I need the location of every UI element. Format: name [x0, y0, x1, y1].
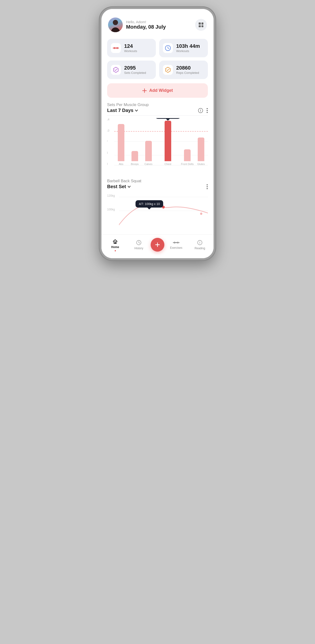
svg-rect-32	[177, 242, 178, 244]
info-button[interactable]: !	[198, 108, 203, 113]
bar-abs-fill	[118, 124, 124, 161]
stat-info-reps: 20860 Reps Completed	[176, 65, 199, 74]
header-left: Hello, Adom! Monday, 08 July	[108, 18, 166, 32]
squat-period-label: Best Set	[107, 184, 126, 189]
stat-value-workouts-time: 103h 44m	[176, 43, 200, 49]
squat-chart-section: Barbell Back Squat Best Set	[101, 175, 214, 230]
avatar	[108, 18, 123, 32]
stat-value-reps: 20860	[176, 65, 199, 71]
grid-dot	[199, 25, 201, 28]
nav-item-reading[interactable]: ! Reading	[188, 240, 212, 250]
stat-icon-clock	[163, 43, 173, 53]
stat-card-reps: 20860 Reps Completed	[159, 60, 208, 79]
nav-plus-icon	[154, 242, 161, 248]
svg-point-14	[207, 108, 208, 109]
svg-rect-31	[175, 242, 177, 243]
chevron-down-icon	[135, 109, 138, 112]
chart-tooltip: Total Sets: 12	[155, 118, 181, 119]
header-text: Hello, Adom! Monday, 08 July	[126, 20, 166, 30]
bar-biceps-fill	[131, 151, 138, 161]
home-icon	[112, 238, 118, 244]
line-chart: 120kg 100kg 4/7: 100kg x	[107, 192, 208, 230]
grid-menu-button[interactable]	[195, 19, 207, 31]
header: Hello, Adom! Monday, 08 July	[101, 9, 214, 36]
nav-label-history: History	[134, 246, 143, 250]
squat-more-button[interactable]	[206, 184, 208, 189]
stat-card-workouts-time: 103h 44m Workouts	[159, 39, 208, 57]
nav-label-reading: Reading	[195, 246, 205, 250]
stat-label-workouts-time: Workouts	[176, 49, 200, 53]
phone-inner: Hello, Adom! Monday, 08 July	[101, 9, 214, 258]
nav-item-history[interactable]: History	[127, 240, 151, 250]
svg-point-17	[207, 184, 208, 185]
stat-icon-hexagon-purple	[111, 65, 121, 75]
chart-actions: !	[198, 108, 208, 113]
bar-glutes-label: Glutes	[197, 162, 205, 166]
home-active-dot	[115, 250, 116, 251]
history-icon	[136, 240, 142, 246]
grid-dot	[202, 25, 204, 28]
line-chart-svg	[119, 192, 208, 230]
svg-rect-33	[178, 242, 180, 243]
svg-rect-2	[115, 48, 117, 48]
add-widget-label: Add Widget	[149, 88, 173, 93]
bar-glutes-fill	[198, 138, 204, 161]
exercises-dumbbell-icon	[173, 240, 180, 245]
nav-item-home[interactable]: Home	[103, 238, 127, 251]
screen: Hello, Adom! Monday, 08 July	[101, 9, 214, 258]
svg-line-26	[139, 242, 140, 243]
svg-rect-29	[173, 242, 174, 243]
bar-chart: 14 10 7 3 0	[107, 118, 208, 175]
stat-label-workouts-count: Workouts	[124, 49, 137, 53]
svg-rect-4	[118, 48, 119, 48]
muscle-chart-subtitle-row: Last 7 Days !	[107, 108, 208, 113]
stat-value-workouts-count: 124	[124, 43, 137, 49]
stat-card-workouts-count: 124 Workouts	[107, 39, 156, 57]
bar-front-delts-label: Front Delts	[181, 162, 194, 166]
period-dropdown[interactable]: Last 7 Days	[107, 108, 138, 113]
svg-rect-30	[174, 242, 175, 244]
stats-grid: 124 Workouts 103h 44m	[101, 36, 214, 82]
info-circle-icon: !	[198, 108, 203, 113]
bar-calves-label: Calves	[144, 162, 153, 166]
bar-chest-label: Chest	[165, 162, 171, 166]
nav-add-button[interactable]	[151, 238, 164, 252]
nav-item-exercises[interactable]: Exercises	[164, 240, 188, 250]
bar-calves-fill	[145, 141, 152, 161]
bar-front-delts: Front Delts	[180, 149, 194, 166]
squat-dots-icon	[206, 184, 208, 189]
stat-icon-dumbbell	[111, 43, 121, 53]
line-y-120: 120kg	[107, 194, 115, 198]
line-chart-tooltip: 4/7: 100kg x 10	[135, 200, 163, 208]
squat-chevron-down-icon	[127, 185, 131, 188]
bar-glutes: Glutes	[194, 138, 208, 166]
bar-calves: Calves	[142, 141, 155, 166]
stat-label-sets: Sets Completed	[124, 71, 146, 74]
reading-icon: !	[197, 240, 203, 246]
bar-abs: Abs	[114, 124, 128, 166]
squat-subtitle-row: Best Set	[107, 184, 208, 189]
period-label: Last 7 Days	[107, 108, 133, 113]
phone-frame: Hello, Adom! Monday, 08 July	[100, 7, 215, 260]
stat-value-sets: 2095	[124, 65, 146, 71]
plus-icon	[142, 88, 147, 93]
greeting-text: Hello, Adom!	[126, 20, 166, 24]
bar-chest-fill	[165, 121, 171, 161]
nav-label-home: Home	[111, 246, 119, 249]
svg-line-7	[168, 48, 169, 49]
chart-divider	[107, 116, 208, 116]
bottom-nav: Home History	[101, 234, 214, 258]
add-widget-button[interactable]: Add Widget	[107, 83, 208, 98]
squat-period-dropdown[interactable]: Best Set	[107, 184, 131, 189]
grid-dot	[199, 22, 201, 24]
stat-icon-hexagon-orange	[163, 65, 173, 75]
squat-chart-title: Barbell Back Squat	[107, 179, 208, 184]
more-options-button[interactable]	[206, 108, 208, 113]
svg-rect-0	[113, 48, 114, 48]
svg-rect-3	[117, 47, 118, 49]
chart-area: 14 10 7 3 0	[107, 118, 208, 166]
date-text: Monday, 08 July	[126, 24, 166, 30]
bar-biceps: Biceps	[128, 151, 142, 166]
nav-label-exercises: Exercises	[170, 246, 182, 250]
bar-chest: Total Sets: 12 Chest	[155, 118, 181, 166]
